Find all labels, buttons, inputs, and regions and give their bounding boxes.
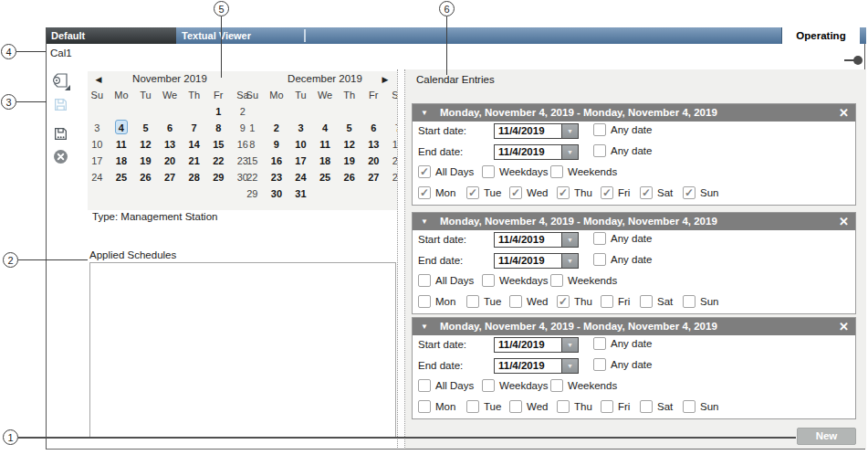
calendar-day[interactable]: 10 (85, 135, 110, 152)
group-checkbox-weekdays[interactable]: Weekdays (482, 274, 548, 287)
calendar-day[interactable]: 20 (158, 152, 183, 168)
calendar-day[interactable]: 16 (265, 152, 289, 168)
day-checkbox-fri[interactable]: ✓Fri (601, 186, 630, 199)
start-date-dropdown-button[interactable]: ▼ (561, 124, 578, 138)
checkbox[interactable] (601, 295, 613, 308)
start-date-input[interactable]: 11/4/2019▼ (494, 337, 579, 353)
checkbox[interactable]: ✓ (418, 186, 431, 199)
calendar-day[interactable]: 31 (288, 185, 313, 201)
group-checkbox-all-days[interactable]: All Days (418, 274, 474, 287)
calendar-day[interactable]: 9 (265, 135, 289, 152)
day-checkbox-fri[interactable]: Fri (601, 295, 630, 308)
calendar-day[interactable]: 1 (240, 119, 265, 135)
entry-header[interactable]: ▼Monday, November 4, 2019 - Monday, Nove… (413, 213, 855, 230)
checkbox[interactable]: ✓ (557, 295, 570, 308)
checkbox[interactable] (593, 337, 606, 350)
calendar-day[interactable]: 10 (288, 135, 313, 152)
close-icon[interactable]: ✕ (839, 106, 849, 120)
day-checkbox-wed[interactable]: ✓Wed (509, 186, 548, 199)
calendar-day[interactable]: 15 (206, 135, 231, 152)
group-checkbox-weekends[interactable]: Weekends (550, 165, 617, 178)
checkbox[interactable] (593, 232, 606, 245)
day-checkbox-fri[interactable]: Fri (601, 400, 630, 413)
day-checkbox-wed[interactable]: Wed (509, 295, 548, 308)
checkbox[interactable] (482, 165, 495, 178)
day-checkbox-thu[interactable]: ✓Thu (557, 186, 592, 199)
group-checkbox-weekdays[interactable]: Weekdays (482, 379, 548, 392)
checkbox[interactable] (509, 400, 522, 413)
end-date-any-date-checkbox[interactable]: Any date (593, 144, 652, 157)
group-checkbox-weekends[interactable]: Weekends (550, 379, 617, 392)
calendar-day[interactable]: 19 (133, 152, 158, 168)
day-checkbox-sat[interactable]: ✓Sat (640, 186, 673, 199)
calendar-day[interactable]: 11 (110, 135, 134, 152)
calendar-day[interactable]: 3 (288, 119, 313, 135)
day-checkbox-mon[interactable]: Mon (418, 400, 455, 413)
day-checkbox-tue[interactable]: Tue (466, 400, 501, 413)
entry-header[interactable]: ▼Monday, November 4, 2019 - Monday, Nove… (413, 104, 855, 122)
day-checkbox-thu[interactable]: ✓Thu (557, 295, 592, 308)
start-date-input[interactable]: 11/4/2019▼ (494, 123, 579, 139)
checkbox[interactable]: ✓ (466, 186, 479, 199)
calendar-day[interactable]: 13 (361, 135, 386, 152)
checkbox[interactable] (593, 144, 606, 157)
checkbox[interactable]: ✓ (509, 186, 522, 199)
checkbox[interactable] (593, 253, 606, 266)
checkbox[interactable] (466, 295, 479, 308)
calendar-day[interactable]: 4 (110, 119, 134, 135)
day-checkbox-sat[interactable]: Sat (640, 295, 673, 308)
group-checkbox-all-days[interactable]: All Days (418, 379, 474, 392)
checkbox[interactable] (593, 123, 606, 136)
calendar-day[interactable]: 2 (265, 119, 289, 135)
day-checkbox-mon[interactable]: ✓Mon (418, 186, 455, 199)
start-date-any-date-checkbox[interactable]: Any date (593, 123, 652, 136)
end-date-input[interactable]: 11/4/2019▼ (494, 144, 579, 160)
calendar-day[interactable]: 6 (361, 119, 386, 135)
collapse-icon[interactable]: ▼ (421, 217, 428, 227)
calendar-day[interactable]: 22 (206, 152, 231, 168)
checkbox[interactable] (557, 400, 570, 413)
entry-header[interactable]: ▼Monday, November 4, 2019 - Monday, Nove… (413, 318, 855, 335)
calendar-day[interactable]: 27 (361, 168, 386, 185)
calendar-day[interactable]: 25 (110, 168, 134, 185)
discard-icon[interactable] (53, 149, 68, 164)
calendar-day[interactable]: 29 (240, 185, 265, 201)
calendar-day[interactable]: 30 (265, 185, 289, 201)
start-date-dropdown-button[interactable]: ▼ (561, 233, 578, 247)
calendar-day[interactable]: 26 (337, 168, 361, 185)
calendar-day[interactable]: 1 (206, 102, 231, 119)
calendar-day[interactable]: 11 (313, 135, 338, 152)
pane-splitter[interactable] (397, 69, 405, 448)
start-date-any-date-checkbox[interactable]: Any date (593, 337, 652, 350)
checkbox[interactable] (418, 295, 431, 308)
checkbox[interactable] (640, 295, 653, 308)
start-date-any-date-checkbox[interactable]: Any date (593, 232, 652, 245)
calendar-day[interactable]: 26 (133, 168, 158, 185)
calendar-day[interactable]: 27 (158, 168, 183, 185)
calendar-day[interactable]: 17 (85, 152, 110, 168)
calendar-day[interactable]: 18 (110, 152, 134, 168)
calendar-day[interactable]: 15 (240, 152, 265, 168)
calendar-day[interactable]: 4 (313, 119, 338, 135)
end-date-any-date-checkbox[interactable]: Any date (593, 358, 652, 371)
calendar-day[interactable]: 23 (265, 168, 289, 185)
end-date-input[interactable]: 11/4/2019▼ (494, 358, 579, 374)
start-date-dropdown-button[interactable]: ▼ (561, 338, 578, 352)
save-icon[interactable] (53, 97, 68, 112)
calendar-day[interactable]: 13 (158, 135, 183, 152)
close-icon[interactable]: ✕ (839, 215, 849, 228)
end-date-dropdown-button[interactable]: ▼ (561, 254, 578, 268)
group-checkbox-weekdays[interactable]: Weekdays (482, 165, 548, 178)
checkbox[interactable] (683, 295, 695, 308)
calendar-day[interactable]: 14 (182, 135, 206, 152)
calendar-day[interactable]: 29 (206, 168, 231, 185)
calendar-day[interactable]: 8 (206, 119, 231, 135)
checkbox[interactable] (466, 400, 479, 413)
checkbox[interactable] (593, 358, 606, 371)
end-date-dropdown-button[interactable]: ▼ (561, 359, 578, 373)
calendar-day[interactable]: 12 (337, 135, 361, 152)
tab-default[interactable]: Default (47, 27, 176, 44)
calendar-day[interactable]: 7 (182, 119, 206, 135)
calendar-day[interactable]: 17 (288, 152, 313, 168)
end-date-any-date-checkbox[interactable]: Any date (593, 253, 652, 266)
